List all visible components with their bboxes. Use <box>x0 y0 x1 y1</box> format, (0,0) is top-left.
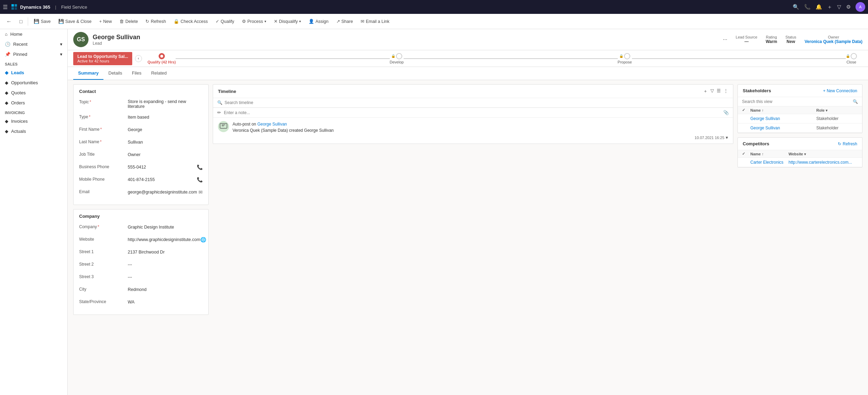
competitor-row1-name[interactable]: Carter Electronics <box>750 160 783 165</box>
command-bar: ← □ 💾 Save 💾 Save & Close + New 🗑 Delete… <box>0 14 868 29</box>
sidebar-item-opportunities[interactable]: ◆ Opportunities <box>0 78 67 88</box>
pinned-icon: 📌 <box>5 52 10 57</box>
timeline-time-row: 10.07.2021 16:25 ▾ <box>233 135 728 140</box>
business-phone-value[interactable]: 555-0412 📞 <box>128 163 203 171</box>
stakeholder-row2-name[interactable]: George Sullivan <box>750 126 780 130</box>
bell-icon[interactable]: 🔔 <box>816 4 822 10</box>
state-value[interactable]: WA <box>128 298 203 306</box>
stage-qualify-label: Qualify (42 Hrs) <box>148 60 176 64</box>
email-link-button[interactable]: ✉ Email a Link <box>357 17 393 25</box>
check-access-button[interactable]: 🔒 Check Access <box>170 17 211 25</box>
timeline-more-icon[interactable]: ⋮ <box>724 88 728 94</box>
disqualify-button[interactable]: ✕ Disqualify ▾ <box>270 17 304 25</box>
tab-related[interactable]: Related <box>146 67 171 80</box>
stage-close[interactable]: 🔒 Close <box>846 53 857 64</box>
mobile-phone-icon[interactable]: 📞 <box>197 177 203 182</box>
stage-qualify[interactable]: Qualify (42 Hrs) <box>148 53 176 64</box>
paperclip-icon[interactable]: 📎 <box>723 110 729 115</box>
user-avatar[interactable]: A <box>856 2 865 12</box>
street2-value[interactable]: --- <box>128 260 203 269</box>
record-avatar: GS <box>73 32 89 47</box>
contact-section: Contact Topic * Store is expanding - sen… <box>73 84 209 205</box>
tab-details[interactable]: Details <box>103 67 127 80</box>
back-button[interactable]: ← <box>3 17 15 26</box>
sidebar-item-pinned[interactable]: 📌 Pinned ▾ <box>0 49 67 59</box>
stakeholders-search-input[interactable] <box>742 99 851 104</box>
sidebar-item-recent[interactable]: 🕒 Recent ▾ <box>0 39 67 49</box>
sidebar-item-actuals[interactable]: ◆ Actuals <box>0 126 67 136</box>
sidebar-item-home[interactable]: ⌂ Home <box>0 29 67 39</box>
delete-icon: 🗑 <box>119 19 124 24</box>
competitor-row1-website-link[interactable]: http://www.carterelectronics.com... <box>789 160 852 165</box>
propose-lock-icon: 🔒 <box>619 54 623 58</box>
competitors-name-col[interactable]: Name ↑ <box>750 152 789 156</box>
topic-value[interactable]: Store is expanding - send new literature <box>128 98 203 110</box>
competitors-website-col[interactable]: Website ▾ <box>789 152 858 156</box>
qualify-button[interactable]: ✓ Qualify <box>212 17 238 25</box>
stakeholder-row1-name[interactable]: George Sullivan <box>750 116 780 121</box>
stage-propose-wrapper: 🔒 <box>619 53 630 59</box>
timeline-list-icon[interactable]: ☰ <box>717 88 721 94</box>
company-required: * <box>98 224 99 229</box>
save-close-button[interactable]: 💾 Save & Close <box>55 17 95 25</box>
stakeholders-name-col[interactable]: Name ↑ <box>750 108 816 112</box>
sidebar-item-invoices[interactable]: ◆ Invoices <box>0 116 67 126</box>
first-name-value[interactable]: George <box>128 126 203 134</box>
timeline-link[interactable]: George Sullivan <box>257 122 287 127</box>
competitors-check-col: ✓ <box>742 152 750 156</box>
hamburger-menu[interactable]: ☰ <box>3 4 8 10</box>
stage-develop[interactable]: 🔒 Develop <box>390 53 404 64</box>
page-button[interactable]: □ <box>16 17 26 26</box>
mobile-phone-label: Mobile Phone <box>79 175 128 182</box>
street1-value[interactable]: 2137 Birchwood Dr <box>128 248 203 256</box>
more-options-icon[interactable]: ··· <box>723 36 727 43</box>
tab-files[interactable]: Files <box>127 67 146 80</box>
business-phone-icon[interactable]: 📞 <box>197 164 203 170</box>
mobile-phone-value[interactable]: 401-874-2155 📞 <box>128 175 203 184</box>
website-icon[interactable]: 🌐 <box>200 237 206 242</box>
svg-rect-2 <box>11 7 14 10</box>
filter-icon[interactable]: ▽ <box>837 4 841 10</box>
plus-icon[interactable]: ＋ <box>827 4 832 10</box>
type-value[interactable]: Item based <box>128 113 203 121</box>
recent-icon: 🕒 <box>5 42 10 47</box>
sidebar-item-leads[interactable]: ◆ Leads <box>0 68 67 78</box>
lead-opportunity-button[interactable]: Lead to Opportunity Sal... Active for 42… <box>73 52 132 65</box>
tab-summary[interactable]: Summary <box>73 67 103 80</box>
settings-icon[interactable]: ⚙ <box>846 4 851 10</box>
stage-close-circle <box>851 53 857 59</box>
competitors-refresh-button[interactable]: ↻ Refresh <box>838 141 857 146</box>
email-value[interactable]: george@graphicdesigninstitute.com ✉ <box>128 188 203 196</box>
assign-button[interactable]: 👤 Assign <box>305 17 332 25</box>
company-value[interactable]: Graphic Design Institute <box>128 223 203 231</box>
refresh-button[interactable]: ↻ Refresh <box>142 17 169 25</box>
timeline-search-input[interactable] <box>225 100 729 105</box>
type-required: * <box>89 114 91 119</box>
phone-icon[interactable]: 📞 <box>804 4 811 10</box>
sidebar-item-orders[interactable]: ◆ Orders <box>0 98 67 108</box>
process-button[interactable]: ⚙ Process ▾ <box>238 17 270 25</box>
timeline-add-icon[interactable]: ＋ <box>703 88 708 94</box>
assign-icon: 👤 <box>309 19 314 24</box>
sidebar-item-quotes[interactable]: ◆ Quotes <box>0 88 67 98</box>
last-name-value[interactable]: Sullivan <box>128 138 203 146</box>
stage-propose[interactable]: 🔒 Propose <box>618 53 632 64</box>
delete-button[interactable]: 🗑 Delete <box>116 17 141 25</box>
stakeholders-role-col[interactable]: Role ▾ <box>816 108 858 112</box>
search-icon[interactable]: 🔍 <box>793 4 799 10</box>
save-button[interactable]: 💾 Save <box>30 17 54 25</box>
timeline-avatar <box>218 121 229 132</box>
new-button[interactable]: + New <box>96 17 116 25</box>
note-input[interactable] <box>224 110 720 115</box>
new-connection-button[interactable]: + New Connection <box>823 88 857 93</box>
street3-value[interactable]: --- <box>128 273 203 281</box>
job-title-value[interactable]: Owner <box>128 151 203 159</box>
timeline-expand-icon[interactable]: ▾ <box>726 135 728 140</box>
city-value[interactable]: Redmond <box>128 285 203 294</box>
stage-collapse-button[interactable]: ‹ <box>135 55 142 62</box>
email-send-icon[interactable]: ✉ <box>199 189 203 195</box>
share-button[interactable]: ↗ Share <box>333 17 356 25</box>
timeline-filter-icon[interactable]: ▽ <box>710 88 714 94</box>
left-panel: Contact Topic * Store is expanding - sen… <box>73 84 209 391</box>
website-value[interactable]: http://www.graphicdesigninstitute.com 🌐 <box>128 235 206 244</box>
